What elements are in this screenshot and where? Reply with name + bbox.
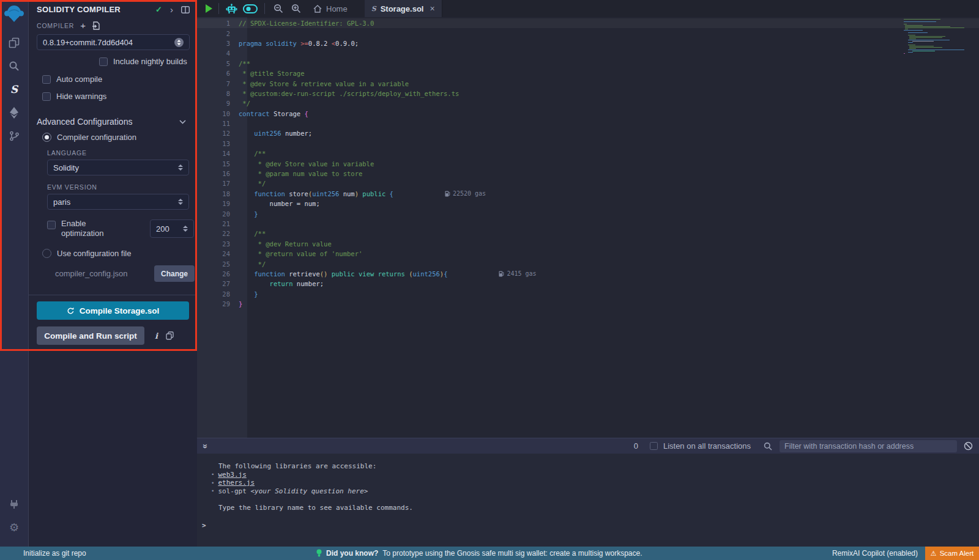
terminal-link[interactable]: web3.js [218, 471, 246, 479]
transaction-filter-input[interactable] [780, 440, 957, 452]
tab-storage-sol[interactable]: S Storage.sol × [365, 0, 442, 17]
code-line[interactable]: 15 * @dev Store value in variable [197, 158, 979, 168]
language-select[interactable]: Solidity [47, 160, 189, 175]
compile-and-run-button[interactable]: Compile and Run script [37, 326, 144, 345]
line-number: 16 [197, 170, 230, 177]
scam-alert-badge[interactable]: ⚠ Scam Alert [925, 547, 979, 560]
search-icon[interactable] [0, 54, 29, 78]
auto-compile-checkbox[interactable] [42, 75, 51, 84]
load-compiler-file-icon[interactable] [92, 21, 100, 30]
refresh-icon [67, 307, 75, 315]
line-number: 25 [197, 260, 230, 268]
code-line[interactable]: 14 /** [197, 149, 979, 158]
code-line[interactable]: 22 /** [197, 229, 979, 238]
plugin-manager-icon[interactable] [0, 493, 29, 516]
code-line[interactable]: 7 * @dev Store & retrieve value in a var… [197, 78, 979, 88]
code-line[interactable]: 6 * @title Storage [197, 68, 979, 78]
code-line[interactable]: 2 [197, 28, 979, 38]
close-tab-icon[interactable]: × [430, 4, 434, 13]
ai-copilot-toggle[interactable] [243, 4, 258, 13]
line-number: 19 [197, 200, 230, 207]
copy-icon[interactable] [166, 331, 174, 340]
terminal-search-icon[interactable] [764, 442, 772, 451]
code-line[interactable]: 25 */ [197, 259, 979, 268]
deploy-run-icon[interactable] [0, 101, 29, 124]
git-init-button[interactable]: Initialize as git repo [23, 549, 86, 558]
code-line[interactable]: 13 [197, 139, 979, 149]
line-number: 6 [197, 70, 230, 77]
code-line[interactable]: 1// SPDX-License-Identifier: GPL-3.0 [197, 18, 979, 28]
number-stepper-icon [183, 226, 188, 232]
line-number: 10 [197, 110, 230, 117]
code-line[interactable]: 17 */ [197, 179, 979, 188]
editor-minimap[interactable] [904, 19, 972, 54]
code-line[interactable]: 11 [197, 119, 979, 128]
terminal[interactable]: The following libraries are accessible:•… [197, 454, 979, 547]
code-line[interactable]: 9 */ [197, 98, 979, 108]
line-number: 1 [197, 20, 230, 27]
hide-warnings-checkbox[interactable] [42, 92, 51, 101]
code-line[interactable]: 5/** [197, 59, 979, 68]
file-explorer-icon[interactable] [0, 31, 29, 54]
optimization-runs-input[interactable]: 200 [150, 219, 194, 238]
home-button[interactable]: Home [313, 4, 348, 13]
code-editor[interactable]: 1// SPDX-License-Identifier: GPL-3.023pr… [197, 17, 979, 438]
terminal-line: Type the library name to see available c… [197, 504, 979, 512]
evm-version-select[interactable]: paris [47, 194, 189, 210]
include-nightly-checkbox[interactable] [99, 57, 108, 66]
info-icon[interactable]: i [155, 331, 158, 341]
compiler-version-select[interactable]: 0.8.19+commit.7dd6d404 [37, 34, 190, 50]
terminal-prompt[interactable]: > [197, 521, 979, 529]
terminal-line [197, 495, 979, 504]
collapse-terminal-icon[interactable]: » [201, 444, 210, 449]
zoom-in-icon[interactable] [291, 4, 301, 13]
code-line[interactable]: 23 * @dev Return value [197, 239, 979, 249]
config-file-name: compiler_config.json [55, 269, 128, 278]
solidity-compiler-icon[interactable]: S [0, 78, 29, 101]
split-view-icon[interactable] [181, 6, 190, 13]
add-compiler-icon[interactable]: + [80, 22, 86, 29]
line-number: 27 [197, 280, 230, 287]
lightbulb-icon [316, 549, 322, 558]
tab-bar: Home S Storage.sol × [197, 0, 979, 17]
code-line[interactable]: 10contract Storage { [197, 109, 979, 119]
code-lines: 1// SPDX-License-Identifier: GPL-3.023pr… [197, 18, 979, 309]
code-line[interactable]: 3pragma solidity >=0.8.2 <0.9.0; [197, 39, 979, 48]
code-line[interactable]: 24 * @return value of 'number' [197, 249, 979, 259]
line-number: 11 [197, 120, 230, 127]
home-icon [313, 5, 322, 13]
enable-optimization-checkbox[interactable] [47, 221, 56, 229]
compiler-configuration-radio[interactable] [42, 133, 51, 142]
ai-copilot-robot-icon[interactable] [226, 4, 237, 14]
run-script-play-button[interactable] [206, 4, 212, 13]
code-line[interactable]: 19 number = num; [197, 199, 979, 208]
remix-logo[interactable] [4, 4, 24, 24]
use-configuration-file-radio[interactable] [42, 249, 51, 258]
copilot-status[interactable]: RemixAI Copilot (enabled) [832, 549, 918, 558]
clear-terminal-icon[interactable] [964, 441, 973, 451]
code-line[interactable]: 27 return number; [197, 279, 979, 289]
settings-gear-icon[interactable]: ⚙ [0, 516, 29, 539]
terminal-output: The following libraries are accessible:•… [197, 462, 979, 512]
code-line[interactable]: 4 [197, 48, 979, 58]
git-icon[interactable] [0, 124, 29, 147]
chevron-right-icon[interactable]: › [170, 6, 173, 13]
code-line[interactable]: 18 function store(uint256 num) public {2… [197, 189, 979, 199]
listen-transactions-checkbox[interactable] [650, 442, 658, 450]
compile-button[interactable]: Compile Storage.sol [37, 301, 189, 320]
code-line[interactable]: 20 } [197, 208, 979, 218]
code-line[interactable]: 29} [197, 299, 979, 309]
code-line[interactable]: 12 uint256 number; [197, 128, 979, 138]
evm-version-label: EVM VERSION [47, 183, 190, 191]
code-line[interactable]: 8 * @custom:dev-run-script ./scripts/dep… [197, 89, 979, 98]
code-line[interactable]: 21 [197, 219, 979, 229]
advanced-configurations-header[interactable]: Advanced Configurations [37, 117, 190, 127]
compiler-configuration-radio-row: Compiler configuration [42, 133, 190, 142]
zoom-out-icon[interactable] [274, 4, 283, 13]
code-line[interactable]: 16 * @param num value to store [197, 169, 979, 179]
line-number: 14 [197, 150, 230, 157]
code-line[interactable]: 28 } [197, 289, 979, 299]
terminal-link[interactable]: ethers.js [218, 479, 255, 487]
change-config-button[interactable]: Change [154, 265, 195, 282]
code-line[interactable]: 26 function retrieve() public view retur… [197, 269, 979, 279]
